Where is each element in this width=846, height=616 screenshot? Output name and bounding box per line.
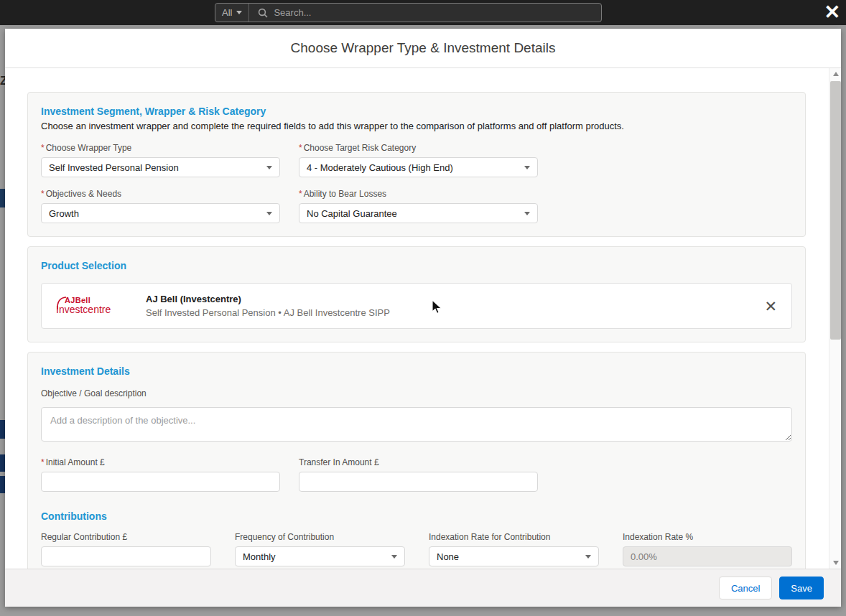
section-investment-details: Investment Details Objective / Goal desc… bbox=[27, 352, 806, 569]
backdrop-fragment bbox=[0, 476, 5, 493]
save-button[interactable]: Save bbox=[779, 577, 824, 599]
objectives-select[interactable]: Growth bbox=[41, 203, 280, 223]
chevron-down-icon bbox=[524, 166, 530, 169]
indexation-value: None bbox=[437, 551, 459, 562]
risk-category-label: Choose Target Risk Category bbox=[304, 143, 417, 153]
backdrop-fragment bbox=[0, 189, 5, 207]
transfer-amount-label: Transfer In Amount £ bbox=[299, 457, 379, 467]
wrapper-type-label: Choose Wrapper Type bbox=[46, 143, 132, 153]
chevron-down-icon bbox=[236, 11, 242, 14]
field-transfer-amount: Transfer In Amount £ bbox=[299, 457, 538, 492]
wrapper-details-modal: Choose Wrapper Type & Investment Details… bbox=[5, 29, 841, 607]
objective-label: Objective / Goal description bbox=[41, 388, 792, 398]
field-frequency: Frequency of Contribution Monthly bbox=[235, 532, 405, 566]
chevron-down-icon bbox=[266, 166, 272, 169]
modal-header: Choose Wrapper Type & Investment Details bbox=[5, 29, 841, 68]
aj-bell-logo: AJBell Investcentre bbox=[56, 297, 131, 315]
field-objectives: *Objectives & Needs Growth bbox=[41, 189, 280, 223]
vertical-scrollbar[interactable] bbox=[829, 68, 841, 569]
search-icon bbox=[258, 8, 268, 18]
backdrop-fragment bbox=[0, 420, 5, 439]
frequency-select[interactable]: Monthly bbox=[235, 546, 405, 566]
search-scope-dropdown[interactable]: All bbox=[215, 4, 249, 22]
section-segment-description: Choose an investment wrapper and complet… bbox=[41, 121, 792, 131]
indexation-rate-input bbox=[623, 546, 792, 566]
objectives-label: Objectives & Needs bbox=[46, 189, 121, 199]
required-marker: * bbox=[299, 189, 302, 199]
risk-category-value: 4 - Moderately Cautious (High End) bbox=[307, 162, 453, 173]
chevron-down-icon bbox=[391, 555, 397, 559]
search-scope-label: All bbox=[222, 7, 232, 18]
contributions-heading: Contributions bbox=[41, 510, 792, 522]
scroll-down-arrow-icon[interactable] bbox=[829, 557, 841, 569]
modal-title: Choose Wrapper Type & Investment Details bbox=[291, 40, 556, 56]
cancel-button[interactable]: Cancel bbox=[719, 577, 772, 599]
section-product-heading: Product Selection bbox=[41, 260, 792, 271]
bear-losses-select[interactable]: No Capital Guarantee bbox=[299, 203, 538, 223]
global-search: All bbox=[215, 3, 602, 22]
objective-textarea[interactable] bbox=[41, 407, 792, 442]
scroll-up-arrow-icon[interactable] bbox=[829, 68, 841, 80]
modal-footer: Cancel Save bbox=[5, 569, 841, 607]
modal-content: Investment Segment, Wrapper & Risk Categ… bbox=[5, 68, 841, 569]
product-card: AJBell Investcentre AJ Bell (Investcentr… bbox=[41, 283, 792, 329]
chevron-down-icon bbox=[266, 212, 272, 215]
required-marker: * bbox=[299, 143, 302, 153]
frequency-value: Monthly bbox=[243, 551, 276, 562]
initial-amount-input[interactable] bbox=[41, 472, 280, 492]
product-text: AJ Bell (Investcentre) Self Invested Per… bbox=[146, 294, 390, 318]
search-input[interactable] bbox=[274, 7, 601, 18]
field-regular-contribution: Regular Contribution £ bbox=[41, 532, 211, 566]
field-bear-losses: *Ability to Bear Losses No Capital Guara… bbox=[299, 189, 538, 223]
field-risk-category: *Choose Target Risk Category 4 - Moderat… bbox=[299, 143, 538, 177]
indexation-select[interactable]: None bbox=[429, 546, 599, 566]
required-marker: * bbox=[41, 143, 45, 153]
close-icon[interactable]: ✕ bbox=[824, 0, 840, 25]
chevron-down-icon bbox=[524, 212, 530, 215]
field-indexation: Indexation Rate for Contribution None bbox=[429, 532, 599, 566]
section-segment: Investment Segment, Wrapper & Risk Categ… bbox=[27, 92, 806, 237]
section-segment-heading: Investment Segment, Wrapper & Risk Categ… bbox=[41, 106, 792, 117]
field-wrapper-type: *Choose Wrapper Type Self Invested Perso… bbox=[41, 143, 280, 177]
bear-losses-value: No Capital Guarantee bbox=[307, 208, 397, 219]
regular-contribution-label: Regular Contribution £ bbox=[41, 532, 127, 542]
logo-swoosh-icon bbox=[56, 295, 68, 311]
frequency-label: Frequency of Contribution bbox=[235, 532, 334, 542]
indexation-label: Indexation Rate for Contribution bbox=[429, 532, 550, 542]
objectives-value: Growth bbox=[49, 208, 79, 219]
wrapper-type-value: Self Invested Personal Pension bbox=[49, 162, 179, 173]
field-initial-amount: *Initial Amount £ bbox=[41, 457, 280, 492]
product-subtitle: Self Invested Personal Pension • AJ Bell… bbox=[146, 307, 390, 318]
required-marker: * bbox=[41, 457, 45, 467]
section-product: Product Selection AJBell Investcentre AJ… bbox=[27, 246, 806, 342]
remove-product-icon[interactable]: ✕ bbox=[764, 299, 777, 314]
risk-category-select[interactable]: 4 - Moderately Cautious (High End) bbox=[299, 157, 538, 177]
section-details-heading: Investment Details bbox=[41, 365, 792, 377]
required-marker: * bbox=[41, 189, 45, 199]
regular-contribution-input[interactable] bbox=[41, 546, 211, 566]
product-name: AJ Bell (Investcentre) bbox=[146, 294, 390, 304]
initial-amount-label: Initial Amount £ bbox=[46, 457, 105, 467]
chevron-down-icon bbox=[585, 555, 591, 559]
indexation-rate-label: Indexation Rate % bbox=[623, 532, 693, 542]
scrollbar-thumb[interactable] bbox=[830, 81, 841, 340]
wrapper-type-select[interactable]: Self Invested Personal Pension bbox=[41, 157, 280, 177]
transfer-amount-input[interactable] bbox=[299, 472, 538, 492]
backdrop-fragment bbox=[0, 454, 5, 472]
global-header: All ✕ bbox=[0, 0, 846, 25]
field-indexation-rate: Indexation Rate % bbox=[623, 532, 792, 566]
bear-losses-label: Ability to Bear Losses bbox=[304, 189, 386, 199]
